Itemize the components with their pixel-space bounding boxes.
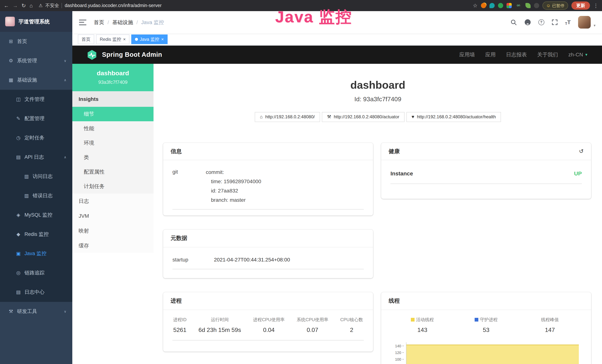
browser-home-icon[interactable]: ⌂ — [30, 3, 33, 8]
sidebar-item-link-tracing[interactable]: ◎ 链路追踪 — [0, 263, 72, 283]
health-url-button[interactable]: ♥ http://192.168.0.2:48080/actuator/heal… — [406, 112, 501, 122]
chevron-up-icon: ∧ — [64, 155, 66, 160]
not-secure-warning-icon: ⚠ — [39, 3, 43, 9]
health-card: 健康 ↺ Instance UP — [381, 143, 591, 199]
spring-boot-admin-logo — [86, 49, 97, 60]
threads-card: 线程 活动线程 143 — [381, 292, 591, 364]
monitor-icon: ▣ — [16, 250, 21, 257]
sba-sidebar-item-performance[interactable]: 性能 — [72, 121, 153, 136]
legend-label: 活动线程 — [416, 317, 434, 322]
sidebar-item-dev-tools[interactable]: ⚒ 研发工具 ∨ — [0, 302, 72, 321]
search-icon[interactable] — [510, 19, 517, 25]
actuator-url-button[interactable]: ⚒ http://192.168.0.2:48080/actuator — [322, 112, 405, 122]
sidebar-item-file-management[interactable]: ◫ 文件管理 — [0, 90, 72, 109]
wrench-icon: ⚒ — [327, 114, 331, 120]
tab-java-monitor[interactable]: Java 监控 × — [131, 34, 167, 44]
extension-grid-icon[interactable] — [506, 3, 512, 8]
sidebar-item-config-management[interactable]: ✎ 配置管理 — [0, 109, 72, 128]
extension-icon-1[interactable] — [481, 3, 486, 8]
help-icon[interactable]: ? — [538, 19, 544, 25]
breadcrumb-home[interactable]: 首页 — [94, 19, 104, 26]
sidebar-item-label: Java 监控 — [24, 250, 46, 257]
tab-label: 首页 — [82, 36, 90, 42]
breadcrumb-separator: / — [137, 19, 138, 26]
extension-icon-4[interactable] — [534, 3, 539, 8]
sba-sidebar-item-jvm[interactable]: JVM — [72, 208, 153, 223]
paused-badge[interactable]: ☺ 已暂停 — [542, 1, 568, 10]
sba-sidebar-item-config-properties[interactable]: 配置属性 — [72, 165, 153, 179]
sidebar-item-access-logs[interactable]: ▥ 访问日志 — [0, 167, 72, 186]
sba-sidebar-item-scheduled-tasks[interactable]: 计划任务 — [72, 179, 153, 193]
legend-value: 53 — [454, 326, 518, 334]
sba-sidebar-item-details[interactable]: 细节 — [72, 107, 153, 121]
sba-nav-about[interactable]: 关于我们 — [537, 51, 558, 58]
extension-leaf-icon[interactable] — [525, 3, 530, 8]
user-avatar[interactable] — [578, 16, 591, 29]
extension-on-badge[interactable]: on — [515, 3, 522, 8]
legend-live-threads: 活动线程 143 — [390, 317, 454, 334]
sidebar-item-home[interactable]: ⊞ 首页 — [0, 32, 72, 51]
sidebar-item-scheduled-tasks[interactable]: ◷ 定时任务 — [0, 128, 72, 148]
extension-icon-3[interactable] — [498, 3, 503, 8]
service-url-button[interactable]: ⌂ http://192.168.0.2:48080/ — [255, 112, 320, 122]
close-icon[interactable]: × — [161, 37, 164, 42]
sba-nav-applications[interactable]: 应用 — [485, 51, 496, 58]
cards-grid: 信息 git commit: time: 1596289704000 id: 2… — [163, 143, 591, 364]
browser-menu-icon[interactable]: ⋮ — [593, 3, 599, 8]
sba-sidebar-item-caches[interactable]: 缓存 — [72, 238, 153, 253]
back-icon[interactable]: ← — [4, 3, 9, 8]
app-logo[interactable]: 芋道管理系统 — [0, 11, 72, 32]
y-axis-tick: 120 — [390, 350, 404, 355]
sba-sidebar-item-mappings[interactable]: 映射 — [72, 223, 153, 238]
reload-icon[interactable]: ↻ — [22, 3, 26, 8]
health-instance-label: Instance — [390, 170, 413, 178]
sba-sidebar-group-insights: Insights — [72, 91, 153, 107]
sba-sidebar-item-logs[interactable]: 日志 — [72, 193, 153, 208]
fullscreen-icon[interactable] — [552, 19, 558, 25]
sidebar-item-label: 系统管理 — [17, 57, 37, 64]
forward-icon[interactable]: → — [13, 3, 18, 8]
sidebar-item-api-logs[interactable]: ▤ API 日志 ∧ — [0, 148, 72, 167]
tab-redis-monitor[interactable]: Redis 监控 × — [96, 34, 129, 44]
sidebar-item-label: 首页 — [17, 38, 27, 45]
sba-brand[interactable]: Spring Boot Admin — [86, 49, 162, 60]
sidebar-item-java-monitor[interactable]: ▣ Java 监控 — [0, 244, 72, 263]
sba-header: Spring Boot Admin 应用墙 应用 日志报表 关于我们 zh-CN… — [72, 46, 602, 64]
history-icon[interactable]: ↺ — [579, 148, 584, 155]
sidebar-item-error-logs[interactable]: ▥ 错误日志 — [0, 186, 72, 205]
process-metrics-row: 进程ID 5261 运行时间 6d 23h 15m 59s — [172, 313, 364, 340]
legend-swatch-blue — [475, 318, 478, 321]
breadcrumb-infrastructure[interactable]: 基础设施 — [112, 19, 133, 26]
metadata-key: startup — [172, 256, 214, 263]
sidebar-item-log-center[interactable]: ▤ 日志中心 — [0, 283, 72, 302]
sba-nav-wallboard[interactable]: 应用墙 — [459, 51, 475, 58]
address-bar[interactable]: ⚠ 不安全 dashboard.yudao.iocoder.cn/infra/a… — [39, 2, 161, 9]
hamburger-icon[interactable] — [79, 20, 86, 25]
sidebar-item-mysql-monitor[interactable]: ◈ MySQL 监控 — [0, 205, 72, 225]
avatar-caret-icon[interactable]: ▾ — [594, 23, 595, 29]
bookmark-star-icon[interactable]: ☆ — [473, 3, 477, 8]
sidebar-item-redis-monitor[interactable]: ◆ Redis 监控 — [0, 225, 72, 244]
tab-home[interactable]: 首页 — [78, 34, 94, 44]
metric-value: 5261 — [173, 326, 186, 334]
close-icon[interactable]: × — [123, 37, 126, 42]
metric-value: 0.04 — [253, 326, 285, 334]
sidebar-item-label: Redis 监控 — [24, 231, 49, 238]
metric-cpu-cores: CPU核心数 2 — [340, 317, 363, 334]
update-button[interactable]: 更新 — [571, 1, 590, 10]
github-icon[interactable] — [524, 19, 531, 26]
metric-label: CPU核心数 — [340, 317, 363, 322]
sba-sidebar-item-classes[interactable]: 类 — [72, 150, 153, 165]
avatar — [578, 16, 591, 29]
metadata-value: 2021-04-27T00:44:31.254+08:00 — [214, 256, 290, 263]
sidebar-item-system-management[interactable]: ⚙ 系统管理 ∨ — [0, 51, 72, 70]
sba-locale-select[interactable]: zh-CN ▾ — [569, 51, 587, 58]
sba-instance-box[interactable]: dashboard 93a3fc7f7409 — [72, 64, 153, 91]
sba-nav-journal[interactable]: 日志报表 — [506, 51, 527, 58]
font-size-icon[interactable]: T T — [565, 19, 571, 26]
url-text: dashboard.yudao.iocoder.cn/infra/admin-s… — [65, 2, 162, 9]
metric-label: 运行时间 — [199, 317, 241, 322]
sba-sidebar-item-environment[interactable]: 环境 — [72, 136, 153, 150]
sidebar-item-infrastructure[interactable]: ▦ 基础设施 ∧ — [0, 70, 72, 90]
extension-icon-2[interactable] — [489, 3, 494, 8]
